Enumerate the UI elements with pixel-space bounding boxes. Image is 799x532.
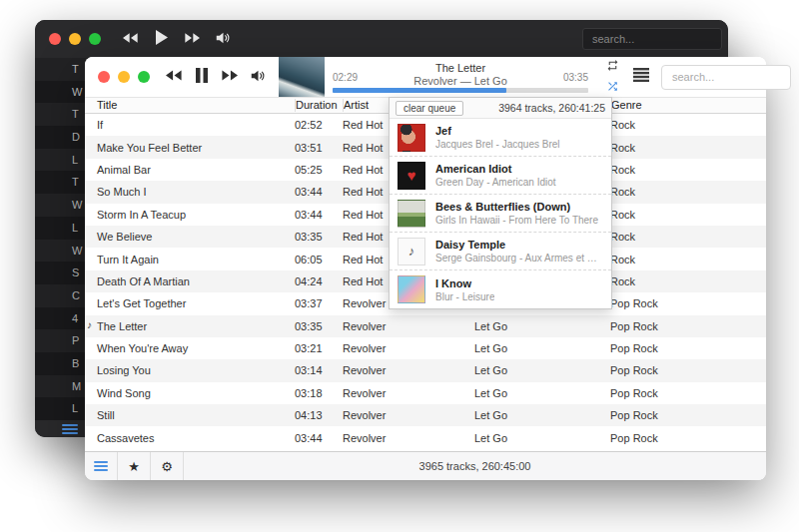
minimize-button[interactable]: [69, 33, 81, 45]
queue-item-artwork: ♥: [398, 162, 425, 190]
now-playing-title: The Letter: [325, 57, 596, 74]
queue-dropdown: clear queue 3964 tracks, 260:41:25 JefJa…: [389, 97, 612, 309]
queue-item[interactable]: I KnowBlur - Leisure: [390, 270, 611, 308]
progress-bar[interactable]: [333, 88, 588, 93]
table-row-now-playing[interactable]: ♪The Letter03:35RevolverLet GoPop Rock: [85, 315, 766, 337]
column-header-title[interactable]: Title: [85, 99, 295, 112]
elapsed-time: 02:29: [333, 72, 358, 83]
queue-item[interactable]: Bees & Butterflies (Down)Girls In Hawaii…: [390, 195, 611, 233]
library-status-text: 3965 tracks, 260:45:00: [184, 452, 766, 480]
queue-item-artwork: [398, 275, 425, 303]
now-playing-subtitle: Revolver — Let Go: [325, 75, 596, 87]
queue-list-icon[interactable]: [633, 68, 649, 86]
volume-icon[interactable]: [251, 68, 266, 86]
search-input[interactable]: [661, 65, 791, 90]
zoom-button[interactable]: [138, 71, 150, 83]
volume-icon[interactable]: [216, 30, 231, 48]
next-track-icon[interactable]: [221, 68, 238, 86]
next-track-icon[interactable]: [184, 30, 200, 48]
list-view-icon: [94, 461, 108, 471]
back-traffic-lights: [49, 33, 101, 45]
queue-item-artwork: [398, 124, 425, 152]
repeat-icon[interactable]: [606, 58, 619, 76]
table-row[interactable]: Losing You03:14RevolverLet GoPop Rock: [85, 359, 766, 381]
queue-item[interactable]: JefJacques Brel - Jacques Brel: [390, 119, 611, 157]
column-header-genre[interactable]: Genre: [610, 99, 766, 112]
close-button[interactable]: [49, 33, 61, 45]
queue-summary: 3964 tracks, 260:41:25: [498, 102, 605, 114]
minimize-button[interactable]: [118, 71, 130, 83]
queue-item[interactable]: ♥ American IdiotGreen Day - American Idi…: [390, 157, 611, 195]
queue-item-artwork: [398, 200, 425, 228]
settings-button[interactable]: ⚙: [151, 452, 184, 480]
shuffle-icon[interactable]: [606, 79, 619, 97]
play-icon[interactable]: [155, 30, 168, 49]
back-window-titlebar: [35, 20, 728, 58]
star-icon: ★: [128, 459, 140, 474]
heart-icon: ♥: [407, 167, 416, 184]
player-toolbar: The Letter Revolver — Let Go 02:29 03:35: [85, 57, 766, 97]
previous-track-icon[interactable]: [166, 68, 183, 86]
main-window: The Letter Revolver — Let Go 02:29 03:35…: [85, 57, 766, 480]
library-view-button[interactable]: [85, 452, 118, 480]
queue-item-artwork-placeholder: ♪: [398, 238, 425, 266]
close-button[interactable]: [98, 71, 110, 83]
total-time: 03:35: [563, 72, 588, 83]
table-row[interactable]: Wind Song03:18RevolverLet GoPop Rock: [85, 382, 766, 404]
table-row[interactable]: When You're Away03:21RevolverLet GoPop R…: [85, 337, 766, 359]
table-row[interactable]: Cassavetes03:44RevolverLet GoPop Rock: [85, 426, 766, 448]
zoom-button[interactable]: [89, 33, 101, 45]
table-row[interactable]: Still04:13RevolverLet GoPop Rock: [85, 404, 766, 426]
queue-item[interactable]: ♪ Daisy TempleSerge Gainsbourg - Aux Arm…: [390, 233, 611, 270]
album-art: [279, 57, 325, 97]
back-search-input[interactable]: [582, 28, 722, 50]
clear-queue-button[interactable]: clear queue: [396, 101, 463, 116]
list-view-icon[interactable]: [62, 424, 78, 434]
music-note-icon: ♪: [408, 244, 415, 259]
now-playing-panel[interactable]: The Letter Revolver — Let Go 02:29 03:35: [325, 57, 596, 97]
playlists-button[interactable]: ★: [118, 452, 151, 480]
gear-icon: ⚙: [161, 459, 173, 474]
previous-track-icon[interactable]: [123, 30, 139, 48]
traffic-lights: [98, 71, 150, 83]
column-header-duration[interactable]: Duration: [295, 99, 343, 112]
queue-header: clear queue 3964 tracks, 260:41:25: [390, 98, 611, 119]
playing-indicator-icon: ♪: [87, 320, 92, 330]
progress-fill: [333, 88, 506, 93]
status-bar: ★ ⚙ 3965 tracks, 260:45:00: [85, 451, 766, 480]
pause-icon[interactable]: [196, 68, 208, 87]
